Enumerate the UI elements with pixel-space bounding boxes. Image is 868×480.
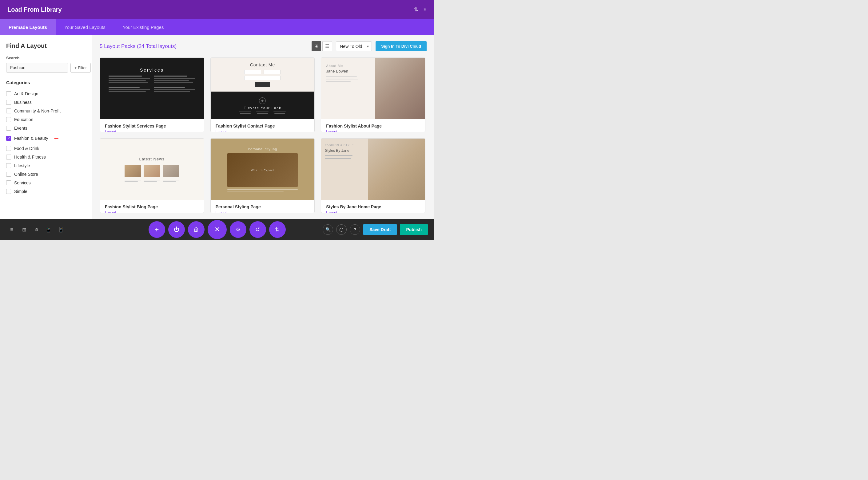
grid-view-btn[interactable]: ⊞ <box>312 41 321 51</box>
layout-card-news[interactable]: Latest News <box>100 138 204 213</box>
category-item[interactable]: Business <box>6 98 86 107</box>
layout-type-personal-styling: Layout <box>216 210 310 213</box>
category-label-community: Community & Non-Profit <box>14 108 61 113</box>
layout-name-news: Fashion Stylist Blog Page <box>105 204 199 209</box>
toolbar-left: ≡ ⊞ 🖥 📱 📱 <box>6 224 66 235</box>
view-toggle: ⊞ ☰ <box>312 41 332 51</box>
category-checkbox-food <box>6 146 11 151</box>
add-button[interactable]: + <box>149 221 165 238</box>
category-label-food: Food & Drink <box>14 146 39 151</box>
category-item[interactable]: Art & Design <box>6 90 86 98</box>
category-item[interactable]: Online Store <box>6 170 86 178</box>
category-item[interactable]: Community & Non-Profit <box>6 107 86 115</box>
category-checkbox-simple <box>6 189 11 194</box>
layout-name-services: Fashion Stylist Services Page <box>105 124 199 129</box>
main-header: 5 Layout Packs (24 Total layouts) ⊞ ☰ Ne… <box>100 41 427 51</box>
trash-button[interactable]: 🗑 <box>188 221 205 238</box>
category-item-fashion[interactable]: Fashion & Beauty ← <box>6 132 86 144</box>
layout-name-about: Fashion Stylist About Page <box>326 124 420 129</box>
save-draft-button[interactable]: Save Draft <box>363 224 397 235</box>
layout-card-contact[interactable]: Contact Me ⊕ Elevate Your Look <box>210 58 315 132</box>
category-item[interactable]: Services <box>6 178 86 187</box>
layouts-grid: Services <box>100 58 427 213</box>
layout-preview-news: Latest News <box>100 139 204 200</box>
category-checkbox-fashion <box>6 136 11 141</box>
category-checkbox-business <box>6 100 11 105</box>
category-label-health: Health & Fitness <box>14 155 46 160</box>
tab-premade-layouts[interactable]: Premade Layouts <box>0 19 56 35</box>
layout-card-styles-by-jane[interactable]: FASHION & STYLE Styles By Jane <box>321 138 425 213</box>
search-row: + Filter <box>6 63 86 72</box>
layout-info-news: Fashion Stylist Blog Page Layout <box>100 200 204 213</box>
history-button[interactable]: ↺ <box>249 221 266 238</box>
layout-info-about: Fashion Stylist About Page Layout <box>321 119 425 132</box>
layout-info-contact: Fashion Stylist Contact Page Layout <box>211 119 315 132</box>
modal-header: Load From Library ⇅ × <box>0 0 434 19</box>
sign-in-divi-cloud-btn[interactable]: Sign In To Divi Cloud <box>376 41 427 51</box>
publish-button[interactable]: Publish <box>400 224 428 235</box>
layout-preview-about: About Me Jane Bowen <box>321 58 425 119</box>
category-checkbox-health <box>6 155 11 160</box>
category-label-education: Education <box>14 117 33 122</box>
category-item[interactable]: Simple <box>6 187 86 196</box>
layout-info-styles-by-jane: Styles By Jane Home Page Layout <box>321 200 425 213</box>
category-checkbox-community <box>6 108 11 113</box>
sort-wrapper: New To Old Old To New A to Z Z to A <box>336 41 372 51</box>
category-label-fashion: Fashion & Beauty <box>14 136 48 141</box>
layout-info-services: Fashion Stylist Services Page Layout <box>100 119 204 132</box>
load-from-library-modal: Load From Library ⇅ × Premade Layouts Yo… <box>0 0 434 240</box>
modal-body: Find A Layout Search + Filter Categories… <box>0 35 434 219</box>
mobile-icon[interactable]: 📱 <box>55 224 66 235</box>
layout-type-about: Layout <box>326 130 420 132</box>
tab-existing-pages[interactable]: Your Existing Pages <box>114 19 173 35</box>
category-item[interactable]: Health & Fitness <box>6 153 86 161</box>
close-modal-btn[interactable]: × <box>423 6 427 13</box>
power-button[interactable]: ⏻ <box>168 221 185 238</box>
layout-type-services: Layout <box>105 130 199 132</box>
wireframe-icon[interactable]: ⊞ <box>19 224 30 235</box>
search-input[interactable] <box>6 63 68 72</box>
layers-icon-btn[interactable]: ⬡ <box>336 224 347 235</box>
sort-select[interactable]: New To Old Old To New A to Z Z to A <box>336 41 372 51</box>
layout-preview-contact: Contact Me ⊕ Elevate Your Look <box>211 58 315 119</box>
sort-button[interactable]: ⇅ <box>269 221 286 238</box>
layout-preview-services: Services <box>100 58 204 119</box>
layout-type-news: Layout <box>105 210 199 213</box>
filter-button[interactable]: + Filter <box>70 63 91 72</box>
modal-title: Load From Library <box>7 6 62 13</box>
categories-title: Categories <box>6 80 86 85</box>
help-icon-btn[interactable]: ? <box>350 224 360 235</box>
category-label-business: Business <box>14 100 32 105</box>
category-checkbox-art <box>6 91 11 96</box>
category-item[interactable]: Education <box>6 115 86 124</box>
bottom-toolbar: ≡ ⊞ 🖥 📱 📱 + ⏻ 🗑 ✕ ⚙ ↺ ⇅ 🔍 ⬡ ? Save Draft… <box>0 219 434 240</box>
layout-name-contact: Fashion Stylist Contact Page <box>216 124 310 129</box>
hamburger-icon[interactable]: ≡ <box>6 224 17 235</box>
desktop-icon[interactable]: 🖥 <box>31 224 42 235</box>
category-item[interactable]: Lifestyle <box>6 161 86 170</box>
category-item[interactable]: Food & Drink <box>6 144 86 153</box>
category-checkbox-services <box>6 180 11 185</box>
layout-preview-personal-styling: Personal Styling What to Expect <box>211 139 315 200</box>
layout-name-styles-by-jane: Styles By Jane Home Page <box>326 204 420 209</box>
sort-icon-btn[interactable]: ⇅ <box>414 6 418 13</box>
sidebar-title: Find A Layout <box>6 42 86 49</box>
list-view-btn[interactable]: ☰ <box>322 41 332 51</box>
layout-card-personal-styling[interactable]: Personal Styling What to Expect Personal… <box>210 138 315 213</box>
layout-type-styles-by-jane: Layout <box>326 210 420 213</box>
layout-name-personal-styling: Personal Styling Page <box>216 204 310 209</box>
layout-card-services[interactable]: Services <box>100 58 204 132</box>
category-label-online-store: Online Store <box>14 172 38 177</box>
layout-card-about[interactable]: About Me Jane Bowen <box>321 58 425 132</box>
search-icon-btn[interactable]: 🔍 <box>323 224 333 235</box>
search-section: Search + Filter <box>6 56 86 72</box>
tablet-icon[interactable]: 📱 <box>43 224 54 235</box>
category-checkbox-lifestyle <box>6 163 11 168</box>
category-checkbox-education <box>6 117 11 122</box>
layout-type-contact: Layout <box>216 130 310 132</box>
close-x-button[interactable]: ✕ <box>208 220 227 239</box>
category-item[interactable]: Events <box>6 124 86 132</box>
settings-button[interactable]: ⚙ <box>230 221 246 238</box>
layout-count: 5 Layout Packs (24 Total layouts) <box>100 43 177 49</box>
tab-saved-layouts[interactable]: Your Saved Layouts <box>56 19 114 35</box>
